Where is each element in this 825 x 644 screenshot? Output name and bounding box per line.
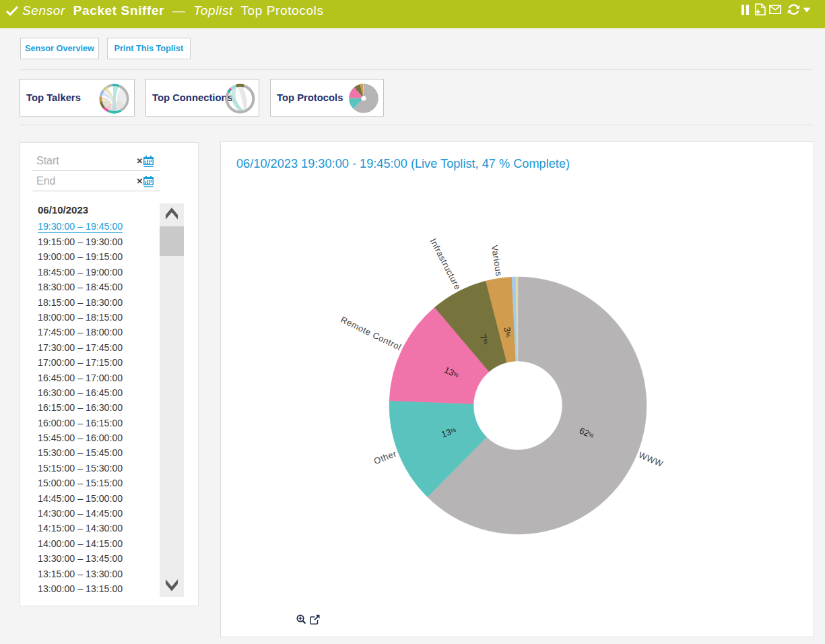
svg-text:Remote Control: Remote Control	[339, 315, 403, 352]
svg-text:Various: Various	[490, 245, 504, 277]
svg-text:Infrastructure: Infrastructure	[428, 237, 463, 292]
svg-text:Other: Other	[372, 448, 398, 466]
svg-text:WWW: WWW	[637, 450, 665, 470]
